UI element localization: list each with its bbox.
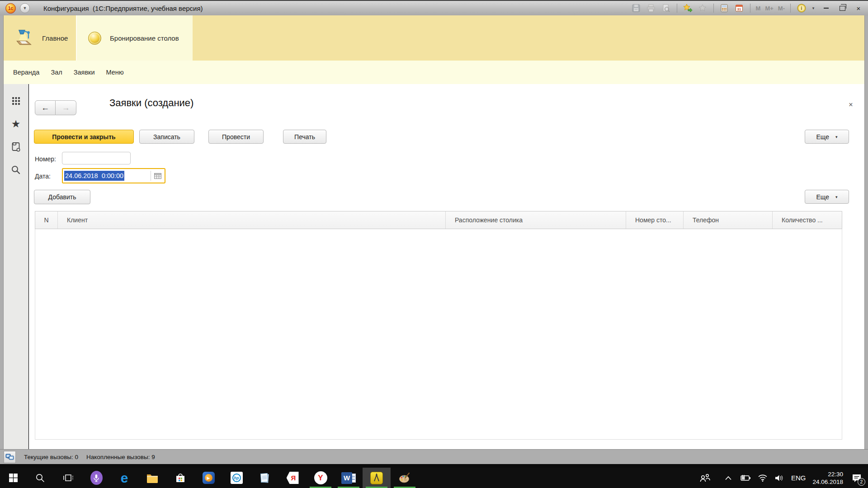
date-value-area[interactable]: 24.06.2018 0:00:00 [63,169,151,183]
svg-text:i: i [801,6,802,11]
memory-add-button[interactable]: M+ [765,5,773,12]
print-preview-icon[interactable] [661,3,671,13]
post-button[interactable]: Провести [208,130,264,144]
column-header-table-number[interactable]: Номер сто... [626,211,684,229]
column-header-table-location[interactable]: Расположение столика [446,211,626,229]
print-icon[interactable] [646,3,656,13]
paint-palette-icon [398,472,411,484]
memory-recall-button[interactable]: M [756,5,761,12]
desk-lamp-icon [15,28,33,47]
desktop: 1c ▼ Конфигурация (1С:Предприятие, учебн… [0,0,868,488]
add-row-button[interactable]: Добавить [34,190,90,204]
hp-app-button[interactable]: hp [222,468,250,488]
info-icon[interactable]: i [796,3,807,13]
more-button-label: Еще [816,133,829,141]
menu-item-zal[interactable]: Зал [51,69,62,76]
hp-logo-icon: hp [231,472,243,484]
media-player-icon: ▶ [203,472,215,484]
form-zayavki: ← → Заявки (создание) × Провести и закры… [29,84,864,449]
post-and-close-button[interactable]: Провести и закрыть [34,130,134,144]
microphone-icon [90,471,103,485]
cortana-button[interactable] [82,468,110,488]
favorites-icon[interactable] [698,3,708,13]
search-icon [35,473,45,483]
tab-home[interactable]: Главное [5,15,75,61]
form-close-button[interactable]: × [846,100,855,109]
people-icon[interactable] [699,473,711,483]
start-button[interactable] [0,468,26,488]
task-view-icon [63,474,73,483]
history-icon[interactable] [10,141,22,153]
back-button[interactable]: ← [35,100,56,115]
action-center-button[interactable]: 2 [850,471,863,485]
media-player-button[interactable]: ▶ [194,468,222,488]
print-button[interactable]: Печать [283,130,326,144]
yandex-browser-icon: Y [314,471,327,484]
tab-booking[interactable]: Бронирование столов [77,15,193,61]
menu-item-zayavki[interactable]: Заявки [74,69,95,76]
more-button-top[interactable]: Еще ▾ [805,130,849,144]
calendar-picker-button[interactable] [151,169,165,183]
subsystem-menubar: Веранда Зал Заявки Меню [4,61,864,84]
date-input[interactable]: 24.06.2018 0:00:00 [62,168,165,183]
taskbar-search-button[interactable] [26,468,54,488]
minimize-button[interactable] [820,3,832,13]
word-button[interactable]: W [335,468,363,488]
windows-logo-icon [9,474,18,482]
yandex-alisa-button[interactable]: Я [278,468,307,488]
paint-button[interactable] [391,468,419,488]
close-button[interactable]: × [853,3,864,13]
write-button[interactable]: Записать [139,130,194,144]
edge-browser-button[interactable]: e [110,468,138,488]
add-favorite-icon[interactable] [683,3,693,13]
column-header-client[interactable]: Клиент [58,211,446,229]
calculator-icon[interactable] [719,3,730,13]
titlebar-separator [750,4,750,13]
menu-item-veranda[interactable]: Веранда [13,69,39,76]
table-body-empty[interactable] [35,229,842,440]
taskbar-clock[interactable]: 22:30 24.06.2018 [812,470,843,486]
notepad-button[interactable] [250,468,278,488]
server-calls-icon[interactable] [4,451,16,463]
wifi-icon[interactable] [758,474,768,482]
system-menu-button[interactable]: ▼ [20,3,30,13]
table-header: N Клиент Расположение столика Номер сто.… [35,211,842,229]
number-label: Номер: [35,155,56,163]
column-header-n[interactable]: N [35,211,58,229]
chevron-down-icon: ▾ [835,195,838,199]
notification-badge: 2 [858,478,865,486]
memory-subtract-button[interactable]: M- [778,5,785,12]
menu-item-menu[interactable]: Меню [106,69,124,76]
favorites-star-icon[interactable]: ★ [10,118,22,130]
tray-overflow-chevron-icon[interactable] [724,475,732,481]
microsoft-store-button[interactable] [166,468,194,488]
info-dropdown-icon[interactable]: ▾ [811,3,816,13]
window-frame-right [864,15,868,464]
restore-icon [840,6,845,11]
tab-booking-label: Бронирование столов [110,34,179,42]
forward-button[interactable]: → [56,100,76,115]
column-header-phone[interactable]: Телефон [684,211,773,229]
titlebar-separator [713,4,714,13]
number-input[interactable] [62,152,131,164]
current-calls-text: Текущие вызовы: 0 [24,454,78,460]
more-button-label: Еще [816,193,829,201]
save-icon[interactable] [631,3,642,13]
restore-button[interactable] [836,3,848,13]
compass-drafting-icon [370,472,383,484]
all-functions-grid-icon[interactable] [10,95,22,107]
file-explorer-button[interactable] [138,468,166,488]
volume-icon[interactable] [774,474,784,482]
search-icon[interactable] [10,164,22,176]
window-frame-left [0,15,4,464]
onec-app-button[interactable] [363,468,391,488]
calendar-icon[interactable]: 31 [734,3,745,13]
gold-sphere-icon [88,32,101,45]
yandex-browser-button[interactable]: Y [307,468,335,488]
task-view-button[interactable] [54,468,82,488]
language-indicator[interactable]: ENG [791,474,806,482]
battery-charging-icon[interactable] [739,474,751,482]
edge-icon: e [121,471,128,485]
more-button-table[interactable]: Еще ▾ [805,190,849,204]
column-header-quantity[interactable]: Количество ... [773,211,842,229]
